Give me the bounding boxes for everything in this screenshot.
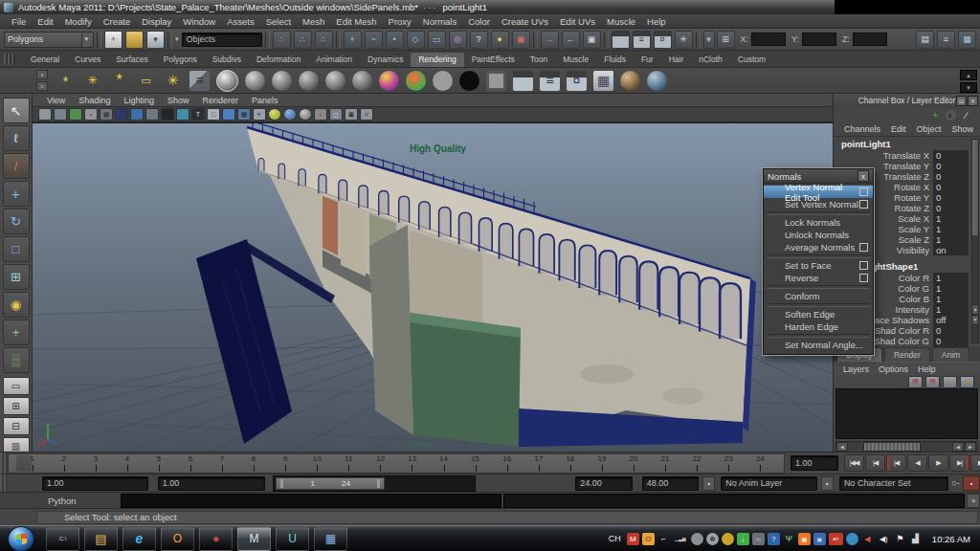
tray-sync-icon[interactable]: ▣ <box>813 533 826 545</box>
normals-menu-item-conform[interactable]: Conform <box>764 290 873 302</box>
highlight-selection-icon[interactable]: ▣ <box>512 31 530 49</box>
option-box-icon[interactable] <box>859 200 868 209</box>
flat-shader-swatch[interactable] <box>433 71 453 91</box>
channel-manip-axis-icon[interactable]: + <box>929 109 942 121</box>
time-slider-grip[interactable] <box>0 452 8 474</box>
frame-selected-icon[interactable]: ▣ <box>345 108 358 121</box>
ocean-shader-swatch[interactable] <box>379 71 399 91</box>
frame-tick[interactable]: 9 <box>270 454 301 473</box>
ipr-shelf-icon[interactable]: ¤ <box>567 71 587 91</box>
normals-menu-item-set-to-face[interactable]: Set to Face <box>764 259 873 272</box>
shelf-tab-toon[interactable]: Toon <box>523 53 555 67</box>
bookmarks-icon[interactable] <box>54 108 67 121</box>
animation-end-field[interactable]: 48.00 <box>642 476 700 491</box>
menu-normals[interactable]: Normals <box>417 16 462 27</box>
frame-tick[interactable]: 4 <box>111 454 143 473</box>
auto-keyframe-icon[interactable]: ○- <box>948 478 963 488</box>
all-lights-icon[interactable] <box>268 108 281 121</box>
shelf-popup-icon[interactable]: ▾ <box>36 70 48 79</box>
frame-tick[interactable]: 12 <box>365 454 396 473</box>
render-view-shelf-icon[interactable] <box>513 71 533 91</box>
snap-to-point-icon[interactable]: • <box>386 31 404 49</box>
taskbar-clock[interactable]: 10:26 AM <box>932 534 970 544</box>
shelf-tab-subdivs[interactable]: Subdivs <box>205 53 249 67</box>
current-time-field[interactable]: 1.00 <box>791 455 838 471</box>
tray-messenger-icon[interactable] <box>846 533 858 545</box>
snap-to-projected-center-icon[interactable]: ◇ <box>407 31 425 49</box>
camera-attributes-icon[interactable] <box>38 108 52 121</box>
move-tool-button[interactable]: + <box>3 181 30 207</box>
two-d-pan-zoom-icon[interactable]: • <box>84 108 98 121</box>
step-forward-key-button[interactable]: ▶| <box>949 454 969 472</box>
shelf-tab-surfaces[interactable]: Surfaces <box>108 53 156 67</box>
point-light-icon[interactable]: ✳ <box>82 71 102 91</box>
select-object-mode-icon[interactable]: ∴ <box>294 31 312 49</box>
shelf-grip[interactable] <box>4 54 15 65</box>
absolute-transform-icon[interactable]: ⊞ <box>717 31 735 49</box>
x-coord-input[interactable] <box>751 33 786 46</box>
normals-menu-item-unlock-normals[interactable]: Unlock Normals <box>764 229 873 241</box>
shelf-tab-general[interactable]: General <box>23 53 67 67</box>
snap-to-curve-icon[interactable]: ~ <box>365 31 383 49</box>
xray-mode-icon[interactable]: ✳ <box>253 108 266 121</box>
menu-assets[interactable]: Assets <box>221 16 260 27</box>
lasso-tool-button[interactable]: ℓ <box>3 125 30 151</box>
tray-security-icon[interactable] <box>722 533 734 545</box>
frame-tick[interactable]: 21 <box>650 454 681 473</box>
close-icon[interactable]: x <box>858 170 869 182</box>
channel-box-header[interactable]: Channel Box / Layer Editor ⊡ ✕ <box>834 94 980 107</box>
select-tool-button[interactable]: ↖ <box>3 98 30 123</box>
tray-update-icon[interactable]: ↓ <box>737 533 749 545</box>
taskbar-maya-icon[interactable]: M <box>237 527 271 551</box>
shelf-tab-fur[interactable]: Fur <box>634 53 661 67</box>
step-back-frame-button[interactable]: |◀ <box>865 454 885 472</box>
frame-tick[interactable]: 18 <box>554 454 586 473</box>
range-thumb[interactable]: 1 24 <box>276 477 385 490</box>
snap-to-view-plane-icon[interactable]: ▭ <box>428 31 446 49</box>
grid-toggle-icon[interactable] <box>115 108 128 121</box>
scroll-up-icon[interactable]: ▲ <box>971 304 979 315</box>
cb-object-menu[interactable]: Object <box>912 124 947 134</box>
viewport-3d[interactable]: High Quality persp <box>33 122 833 453</box>
animation-preferences-icon[interactable]: • <box>963 475 980 491</box>
render-current-frame-icon[interactable]: ≡ <box>633 31 651 49</box>
safe-title-icon[interactable]: T <box>191 108 205 121</box>
shading-map-icon[interactable]: ≡ <box>189 71 210 91</box>
tray-mcafee-icon[interactable]: M <box>627 533 639 545</box>
frame-tick[interactable]: 13 <box>396 454 428 473</box>
layer-options-menu[interactable]: Options <box>874 364 913 374</box>
shelf-tab-hair[interactable]: Hair <box>661 53 692 67</box>
layers-menu[interactable]: Layers <box>838 364 874 374</box>
frame-tick[interactable]: 22 <box>681 454 713 473</box>
tray-signal-icon[interactable]: ▁▃▅ <box>673 533 688 545</box>
soft-modification-tool-button[interactable]: ◉ <box>3 292 30 318</box>
play-forwards-button[interactable]: ▶ <box>928 454 948 472</box>
menu-edit-uvs[interactable]: Edit UVs <box>554 16 601 27</box>
menu-mesh[interactable]: Mesh <box>297 16 330 27</box>
tab-render[interactable]: Render <box>884 347 930 362</box>
last-tool-button[interactable]: ▒ <box>3 347 30 373</box>
close-panel-icon[interactable]: ✕ <box>968 96 978 106</box>
layered-shader-swatch[interactable] <box>486 71 506 91</box>
channel-manip-speed-icon[interactable]: ◐ <box>946 110 956 121</box>
layout-single-pane-button[interactable]: ▭ <box>3 377 30 395</box>
scroll-right-icon[interactable]: ▶ <box>965 442 976 452</box>
tab-anim[interactable]: Anim <box>932 347 969 362</box>
playback-end-field[interactable]: 24.00 <box>575 476 633 491</box>
option-box-icon[interactable] <box>859 243 868 252</box>
frame-tick[interactable]: 19 <box>586 454 617 473</box>
undock-panel-icon[interactable]: ⊡ <box>956 96 967 106</box>
phongE-swatch[interactable] <box>299 71 319 91</box>
make-live-icon[interactable]: ◎ <box>449 31 467 49</box>
new-scene-icon[interactable]: + <box>104 31 122 49</box>
start-button[interactable] <box>8 526 34 551</box>
window-titlebar[interactable]: Autodesk Maya 2011: D:\Projects\State_Pa… <box>0 0 980 14</box>
taskbar-cmd-icon[interactable]: C:\ <box>46 527 79 551</box>
option-box-icon[interactable] <box>859 187 868 196</box>
frame-tick[interactable]: 5 <box>143 454 174 473</box>
frame-tick[interactable]: 3 <box>79 454 111 473</box>
range-slider-grip[interactable] <box>0 474 8 492</box>
textured-sphere-swatch[interactable] <box>620 71 640 91</box>
frame-tick[interactable]: 6 <box>174 454 206 473</box>
directional-light-icon[interactable]: * <box>56 71 76 91</box>
